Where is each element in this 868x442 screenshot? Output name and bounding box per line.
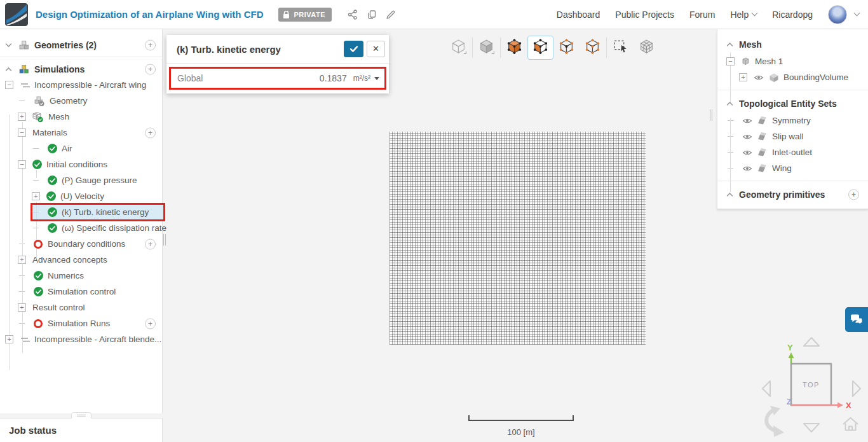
chevron-down-icon[interactable] xyxy=(5,43,12,48)
tree-row-materials[interactable]: −Materials+ xyxy=(0,125,162,141)
scene-row-label: Inlet-outlet xyxy=(772,148,812,157)
tree-row-simulations[interactable]: Simulations+ xyxy=(0,61,162,77)
job-status-collapse-handle[interactable] xyxy=(71,412,92,418)
geometry-cube-icon xyxy=(34,95,45,107)
tree-row-specific-dissipation-rate[interactable]: (ω) Specific dissipation rate xyxy=(0,220,162,236)
username[interactable]: Ricardopg xyxy=(772,10,813,20)
scene-row-mesh-1[interactable]: −Mesh 1 xyxy=(717,53,868,69)
add-button[interactable]: + xyxy=(145,39,156,50)
tree-row-numerics[interactable]: Numerics xyxy=(0,268,162,284)
section-header-mesh[interactable]: Mesh xyxy=(717,36,868,53)
confirm-button[interactable] xyxy=(344,41,363,57)
nav-forum[interactable]: Forum xyxy=(689,10,715,20)
visibility-eye-icon[interactable] xyxy=(742,133,752,141)
share-icon[interactable] xyxy=(343,5,362,24)
collapse-toggle[interactable]: − xyxy=(5,81,13,89)
collapse-toggle[interactable]: − xyxy=(18,160,26,169)
expand-toggle[interactable]: + xyxy=(18,303,26,312)
chevron-up-icon[interactable] xyxy=(5,67,12,72)
scene-row-inlet-outlet[interactable]: Inlet-outlet xyxy=(717,144,868,160)
tree-row-u-velocity[interactable]: +(U) Velocity xyxy=(0,188,162,204)
select-edge-tool[interactable] xyxy=(580,36,606,60)
job-status-bar[interactable]: Job status xyxy=(0,418,163,442)
tree-row-incompressible-aircraft-blende[interactable]: +Incompressible - Aircraft blende... xyxy=(0,331,162,347)
select-face-tool[interactable] xyxy=(527,36,553,60)
app-logo-icon[interactable] xyxy=(5,3,28,26)
chevron-down-icon xyxy=(752,10,758,17)
select-volume-tool[interactable] xyxy=(501,36,527,60)
add-button[interactable]: + xyxy=(145,238,156,249)
select-vertex-tool[interactable] xyxy=(553,36,580,60)
nav-help[interactable]: Help xyxy=(730,10,757,20)
chevron-up-icon[interactable] xyxy=(726,42,733,47)
tree-row-boundary-conditions[interactable]: Boundary conditions+ xyxy=(0,236,162,252)
collapse-toggle[interactable]: − xyxy=(726,57,735,66)
scene-row-label: BoundingVolume xyxy=(783,73,848,82)
scene-row-wing[interactable]: Wing xyxy=(717,160,868,176)
nav-dashboard[interactable]: Dashboard xyxy=(557,10,600,20)
scene-row-symmetry[interactable]: Symmetry xyxy=(717,113,868,128)
avatar[interactable] xyxy=(828,5,847,24)
app-header: Design Optimization of an Airplane Wing … xyxy=(0,0,868,29)
rotate-down-arrow[interactable] xyxy=(804,424,819,432)
tree-row-incompressible-aircraft-wing[interactable]: −Incompressible - Aircraft wing xyxy=(0,77,162,93)
tree-row-geometry[interactable]: Geometry xyxy=(0,93,162,109)
add-button[interactable]: + xyxy=(145,318,156,329)
expand-toggle[interactable]: + xyxy=(18,113,26,121)
expand-toggle[interactable]: + xyxy=(5,335,13,343)
collapse-toggle[interactable]: − xyxy=(18,128,26,137)
tree-row-air[interactable]: Air xyxy=(0,141,162,156)
scene-panel-resize-handle[interactable] xyxy=(710,109,712,121)
section-header-label: Topological Entity Sets xyxy=(739,99,837,109)
select-mesh-tool[interactable] xyxy=(634,36,660,60)
cubes-gray-icon xyxy=(18,39,30,51)
visibility-eye-icon[interactable] xyxy=(742,117,752,125)
tree-row-k-turb-kinetic-energy[interactable]: (k) Turb. kinetic energy xyxy=(0,204,162,220)
section-header-topological-entity-sets[interactable]: Topological Entity Sets xyxy=(717,95,868,113)
scene-row-boundingvolume[interactable]: +BoundingVolume xyxy=(717,69,868,85)
section-header-geometry-primitives[interactable]: Geometry primitives+ xyxy=(717,186,868,204)
tree-row-advanced-concepts[interactable]: +Advanced concepts xyxy=(0,252,162,268)
edit-icon[interactable] xyxy=(381,5,400,24)
add-button[interactable]: + xyxy=(145,127,156,138)
tree-row-mesh[interactable]: +Mesh xyxy=(0,109,162,125)
mesh-render[interactable] xyxy=(390,132,646,345)
field-value-input[interactable]: 0.1837 xyxy=(320,73,347,83)
close-button[interactable]: ✕ xyxy=(367,41,385,57)
tree-row-result-control[interactable]: +Result control xyxy=(0,300,162,315)
support-chat-button[interactable] xyxy=(845,307,868,332)
user-menu-chevron-icon[interactable] xyxy=(854,10,860,17)
visibility-eye-icon[interactable] xyxy=(742,165,752,172)
expand-toggle[interactable]: + xyxy=(739,73,747,81)
scene-row-slip-wall[interactable]: Slip wall xyxy=(717,128,868,144)
tree-row-p-gauge-pressure[interactable]: (P) Gauge pressure xyxy=(0,172,162,188)
add-button[interactable]: + xyxy=(848,190,859,200)
visibility-eye-icon[interactable] xyxy=(754,74,764,81)
rotate-up-arrow[interactable] xyxy=(804,338,819,346)
add-button[interactable]: + xyxy=(145,64,156,74)
home-view-icon[interactable] xyxy=(843,418,858,431)
chevron-up-icon[interactable] xyxy=(726,192,733,197)
section-separator xyxy=(717,90,868,90)
tree-row-simulation-control[interactable]: Simulation control xyxy=(0,284,162,300)
box-select-tool[interactable] xyxy=(607,36,634,60)
unit-dropdown-icon[interactable] xyxy=(374,77,379,80)
sidebar-resize-handle[interactable] xyxy=(163,234,166,245)
project-title[interactable]: Design Optimization of an Airplane Wing … xyxy=(36,9,263,20)
chevron-up-icon[interactable] xyxy=(726,101,733,106)
view-wireframe-tool[interactable] xyxy=(445,36,471,60)
tree-row-label: Materials xyxy=(32,128,67,137)
expand-toggle[interactable]: + xyxy=(18,256,26,264)
copy-icon[interactable] xyxy=(362,5,381,24)
tree-row-geometries-2[interactable]: Geometries (2)+ xyxy=(0,37,162,53)
view-solid-tool[interactable] xyxy=(473,36,499,60)
face-set-icon xyxy=(757,148,768,157)
visibility-eye-icon[interactable] xyxy=(742,149,752,156)
rotate-left-arrow[interactable] xyxy=(763,381,770,396)
tree-row-initial-conditions[interactable]: −Initial conditions xyxy=(0,156,162,172)
face-set-icon xyxy=(757,116,768,125)
tree-row-simulation-runs[interactable]: Simulation Runs+ xyxy=(0,315,162,331)
rotate-right-arrow[interactable] xyxy=(853,381,860,396)
expand-toggle[interactable]: + xyxy=(32,192,40,200)
nav-public-projects[interactable]: Public Projects xyxy=(615,10,674,20)
